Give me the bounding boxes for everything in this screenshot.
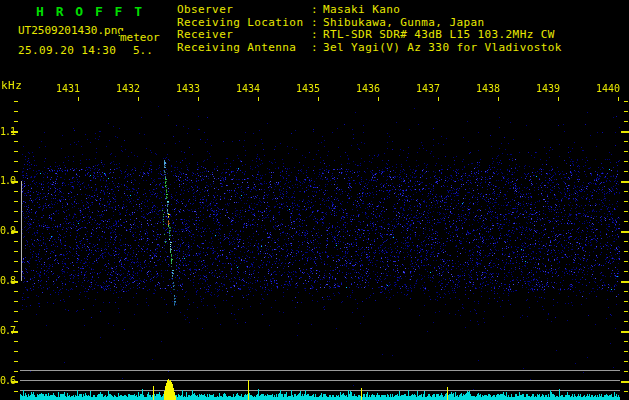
freq-tick-right	[624, 171, 628, 172]
freq-tick-right	[624, 341, 628, 342]
freq-tick-left	[14, 221, 18, 222]
freq-tick-left	[14, 121, 18, 122]
freq-tick-right	[624, 241, 628, 242]
freq-tick-left	[11, 331, 18, 333]
freq-tick-right	[624, 351, 628, 352]
freq-tick-left	[11, 231, 18, 233]
freq-tick-right	[624, 261, 628, 262]
info-label: Receiver	[177, 29, 311, 42]
time-tick-label: 1437	[416, 83, 440, 94]
freq-tick-label: 0.7	[0, 325, 15, 336]
freq-tick-right	[624, 161, 628, 162]
freq-tick-left	[14, 311, 18, 312]
freq-tick-right	[624, 201, 628, 202]
freq-tick-left	[14, 321, 18, 322]
info-label: Receiving Antenna	[177, 42, 311, 55]
freq-tick-left	[14, 211, 18, 212]
freq-tick-right	[624, 191, 628, 192]
info-value: 3el Yagi(V) Az 330 for Vladivostok	[323, 42, 562, 55]
spectrogram-canvas	[20, 97, 622, 400]
time-tick-label: 1436	[356, 83, 380, 94]
time-tick-label: 1440	[596, 83, 620, 94]
hrofft-screen: H R O F F T UT2509201430.png meteor 25.0…	[0, 0, 629, 400]
freq-tick-right	[624, 291, 628, 292]
time-tick-label: 1434	[236, 83, 260, 94]
output-filename: UT2509201430.png	[18, 24, 124, 37]
freq-tick-right	[624, 311, 628, 312]
time-tick-label: 1433	[176, 83, 200, 94]
freq-tick-left	[14, 391, 18, 392]
freq-tick-left	[11, 131, 18, 133]
freq-tick-left	[14, 361, 18, 362]
freq-tick-left	[14, 171, 18, 172]
khz-unit-label: kHz	[1, 79, 22, 92]
freq-tick-label: 0.6	[0, 375, 15, 386]
freq-tick-left	[14, 291, 18, 292]
freq-tick-left	[11, 181, 18, 183]
freq-tick-left	[14, 351, 18, 352]
freq-tick-left	[14, 301, 18, 302]
time-tick-label: 1438	[476, 83, 500, 94]
freq-tick-right	[624, 121, 628, 122]
progress-counter: 5..	[133, 44, 153, 57]
info-row: Receiver:RTL-SDR SDR# 43dB L15 103.2MHz …	[177, 29, 562, 42]
freq-tick-left	[14, 151, 18, 152]
freq-tick-left	[14, 111, 18, 112]
freq-tick-left	[11, 381, 18, 383]
freq-tick-label: 1.1	[0, 126, 15, 137]
freq-tick-label: 1.0	[0, 175, 15, 186]
freq-tick-left	[14, 371, 18, 372]
freq-tick-right	[624, 301, 628, 302]
freq-tick-left	[14, 161, 18, 162]
time-tick-label: 1435	[296, 83, 320, 94]
info-colon: :	[311, 42, 323, 55]
freq-tick-left	[14, 341, 18, 342]
freq-tick-right	[624, 251, 628, 252]
info-row: Receiving Antenna:3el Yagi(V) Az 330 for…	[177, 42, 562, 55]
freq-tick-right	[624, 141, 628, 142]
time-tick-label: 1432	[116, 83, 140, 94]
freq-tick-right	[624, 101, 628, 102]
datetime-label: 25.09.20 14:30	[18, 44, 116, 57]
freq-tick-right	[621, 281, 629, 283]
app-title: H R O F F T	[36, 4, 144, 19]
freq-tick-left	[14, 251, 18, 252]
freq-tick-left	[14, 271, 18, 272]
mode-label: meteor	[120, 31, 162, 44]
time-tick-label: 1431	[56, 83, 80, 94]
freq-tick-right	[621, 331, 629, 333]
freq-tick-left	[14, 101, 18, 102]
info-colon: :	[311, 4, 323, 17]
freq-tick-label: 0.8	[0, 275, 15, 286]
freq-tick-right	[621, 131, 629, 133]
time-tick-label: 1439	[536, 83, 560, 94]
freq-tick-right	[621, 381, 629, 383]
freq-tick-left	[14, 261, 18, 262]
freq-tick-right	[621, 231, 629, 233]
freq-tick-right	[624, 361, 628, 362]
freq-tick-right	[624, 371, 628, 372]
freq-tick-right	[621, 181, 629, 183]
freq-tick-right	[624, 321, 628, 322]
freq-tick-left	[11, 281, 18, 283]
freq-tick-right	[624, 211, 628, 212]
freq-tick-right	[624, 111, 628, 112]
station-info: Observer:Masaki KanoReceiving Location:S…	[177, 4, 562, 54]
info-value: RTL-SDR SDR# 43dB L15 103.2MHz CW	[323, 29, 555, 42]
freq-tick-right	[624, 221, 628, 222]
freq-tick-right	[624, 391, 628, 392]
freq-tick-left	[14, 141, 18, 142]
freq-tick-label: 0.9	[0, 225, 15, 236]
freq-tick-right	[624, 151, 628, 152]
info-row: Observer:Masaki Kano	[177, 4, 562, 17]
info-colon: :	[311, 29, 323, 42]
info-label: Observer	[177, 4, 311, 17]
freq-tick-left	[14, 191, 18, 192]
freq-tick-left	[14, 201, 18, 202]
freq-tick-right	[624, 271, 628, 272]
info-value: Masaki Kano	[323, 4, 400, 17]
freq-tick-left	[14, 241, 18, 242]
